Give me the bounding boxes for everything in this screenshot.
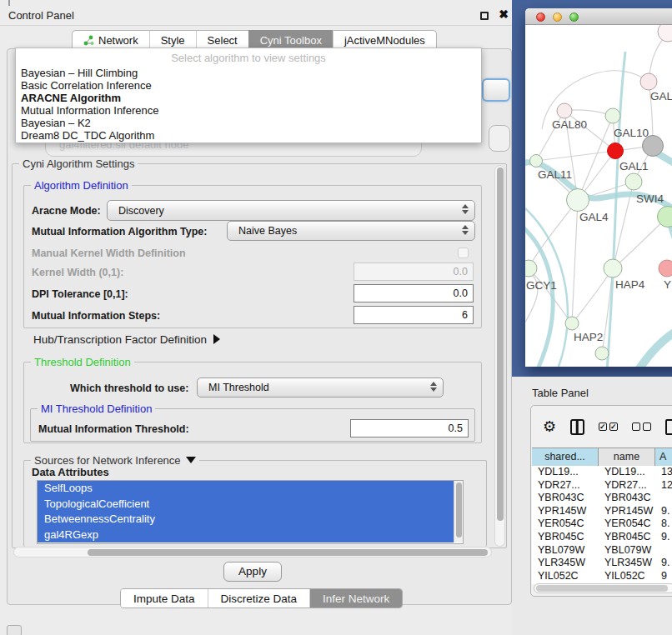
table-row[interactable]: YER054C YER054C 8. [532, 518, 672, 531]
tab-network[interactable]: Network [72, 30, 149, 49]
table-row[interactable]: YBR045C YBR045C 9. [532, 531, 672, 544]
tab-discretize-data[interactable]: Discretize Data [208, 589, 310, 608]
cell-name: YER054C [599, 518, 655, 531]
table-horizontal-scrollbar[interactable] [534, 583, 672, 593]
mi-type-value: Naive Bayes [238, 225, 297, 237]
top-divider [8, 0, 10, 6]
tab-network-label: Network [98, 34, 138, 47]
table-row[interactable]: YIL052C YIL052C 9 [532, 570, 672, 583]
manual-kernel-checkbox[interactable] [458, 248, 469, 258]
close-icon[interactable]: ✖ [499, 8, 509, 21]
cell-name: YDR27... [599, 479, 655, 492]
network-node[interactable] [557, 103, 572, 118]
network-window-titlebar[interactable] [525, 8, 672, 25]
show-columns-icon[interactable]: ✓✓ [599, 422, 618, 431]
network-node[interactable] [525, 260, 537, 277]
attribute-item-selected[interactable]: gal4RGexp [38, 528, 463, 543]
algorithm-menu-item[interactable]: Bayesian – Hill Climbing [16, 67, 481, 79]
cell-value: 12 [655, 479, 672, 492]
algorithm-menu-popup: Select algorithm to view settings Bayesi… [15, 48, 482, 143]
algorithm-menu-item[interactable]: Dream8 DC_TDC Algorithm [16, 129, 481, 142]
network-node[interactable] [608, 143, 624, 159]
dpi-tolerance-field[interactable]: 0.0 [354, 284, 474, 302]
algorithm-menu-item[interactable]: Basic Correlation Inference [16, 79, 481, 92]
cell-value: 9. [655, 505, 672, 518]
algorithm-menu-list: Bayesian – Hill Climbing Basic Correlati… [16, 67, 481, 142]
table-toolbar: ⚙ ✓✓ [531, 411, 672, 442]
tab-infer-network[interactable]: Infer Network [309, 589, 402, 608]
document-icon[interactable] [665, 419, 672, 435]
control-panel-titlebar: Control Panel ✖ [0, 7, 519, 26]
network-node[interactable] [605, 108, 620, 123]
algorithm-menu-item[interactable]: Mutual Information Inference [16, 104, 481, 117]
which-threshold-combo[interactable]: MI Threshold [197, 378, 444, 398]
control-panel-tabbar: Network Style Select Cyni Toolbox jActiv… [72, 30, 437, 49]
algorithm-menu-item[interactable]: Bayesian – K2 [16, 117, 481, 129]
attribute-item-selected[interactable]: SelfLoops [38, 481, 463, 497]
partially-hidden-control[interactable] [489, 125, 510, 152]
settings-vertical-thumb[interactable] [497, 168, 504, 521]
settings-horizontal-scrollbar[interactable] [13, 547, 492, 558]
network-node[interactable] [625, 173, 642, 190]
float-panel-icon[interactable] [480, 12, 489, 20]
network-node[interactable] [640, 73, 657, 90]
zoom-traffic-light[interactable] [569, 12, 579, 22]
unchecked-box-icon [632, 422, 640, 431]
table-row[interactable]: YDR27... YDR27... 12 [532, 479, 672, 492]
table-row[interactable]: YDL19... YDL19... 13 [532, 466, 672, 479]
algorithm-combo-focused[interactable] [482, 78, 510, 102]
network-node[interactable] [595, 347, 609, 360]
algorithm-menu-item[interactable]: ARACNE Algorithm [16, 92, 481, 104]
sources-group-title[interactable]: Sources for Network Inference [31, 454, 199, 467]
aracne-mode-combo[interactable]: Discovery [107, 200, 475, 221]
network-node[interactable] [565, 317, 579, 330]
node-label: HAP2 [574, 331, 603, 343]
tab-style[interactable]: Style [149, 30, 196, 49]
apply-button[interactable]: Apply [223, 562, 282, 582]
minimize-traffic-light[interactable] [553, 12, 562, 22]
table-horizontal-thumb[interactable] [536, 585, 668, 592]
network-canvas[interactable]: GALGAL80GAL10GAL1GAL11SWI4GAL4GCY1HAP4YH… [525, 25, 672, 367]
network-node[interactable] [658, 25, 672, 42]
table-row[interactable]: YBR043C YBR043C [532, 492, 672, 505]
hide-columns-icon[interactable] [632, 422, 651, 431]
kernel-width-field[interactable]: 0.0 [354, 262, 474, 281]
node-label: GAL11 [538, 168, 572, 181]
node-label: GCY1 [526, 279, 557, 292]
tab-jactivemnodules[interactable]: jActiveMNodules [333, 30, 437, 49]
column-header-name[interactable]: name [599, 448, 655, 467]
table-row[interactable]: YPR145W YPR145W 9. [532, 505, 672, 518]
hub-definition-toggle[interactable]: Hub/Transcription Factor Definition [33, 333, 220, 346]
table-row[interactable]: YBL079W YBL079W [532, 544, 672, 558]
tab-cyni-toolbox[interactable]: Cyni Toolbox [248, 30, 333, 49]
tab-impute-data[interactable]: Impute Data [121, 589, 208, 608]
network-node[interactable] [659, 260, 672, 277]
tab-select[interactable]: Select [196, 30, 248, 49]
column-header-shared-name[interactable]: shared... [532, 448, 599, 467]
network-node[interactable] [567, 189, 589, 212]
cell-shared-name: YBL079W [532, 544, 599, 558]
table-row[interactable]: YLR345W YLR345W 9. [532, 557, 672, 570]
checked-box-icon: ✓ [599, 422, 607, 431]
attribute-item-selected[interactable]: TopologicalCoefficient [38, 497, 463, 512]
manual-kernel-label: Manual Kernel Width Definition [32, 248, 186, 259]
settings-vertical-scrollbar[interactable] [494, 165, 505, 547]
mi-steps-field[interactable]: 6 [354, 306, 474, 324]
settings-horizontal-thumb[interactable] [88, 549, 488, 556]
screen: Control Panel ✖ Network Style Select Cyn… [0, 0, 672, 635]
attributes-scrollbar-thumb[interactable] [456, 482, 462, 538]
split-columns-icon[interactable] [570, 419, 584, 435]
node-label: Y [664, 278, 671, 291]
dpi-tolerance-label: DPI Tolerance [0,1]: [32, 288, 128, 300]
aracne-mode-label: Aracne Mode: [32, 205, 101, 217]
minimized-panel-icon[interactable] [7, 625, 22, 635]
network-node[interactable] [530, 155, 543, 168]
column-header-partial[interactable]: A [655, 448, 672, 467]
mi-type-combo[interactable]: Naive Bayes [227, 221, 475, 241]
gear-icon[interactable]: ⚙ [543, 419, 556, 434]
close-traffic-light[interactable] [536, 12, 545, 22]
mi-threshold-field[interactable]: 0.5 [350, 419, 469, 438]
network-node[interactable] [604, 259, 622, 278]
attributes-scrollbar[interactable] [454, 481, 463, 542]
attribute-item-selected[interactable]: BetweennessCentrality [38, 512, 463, 528]
